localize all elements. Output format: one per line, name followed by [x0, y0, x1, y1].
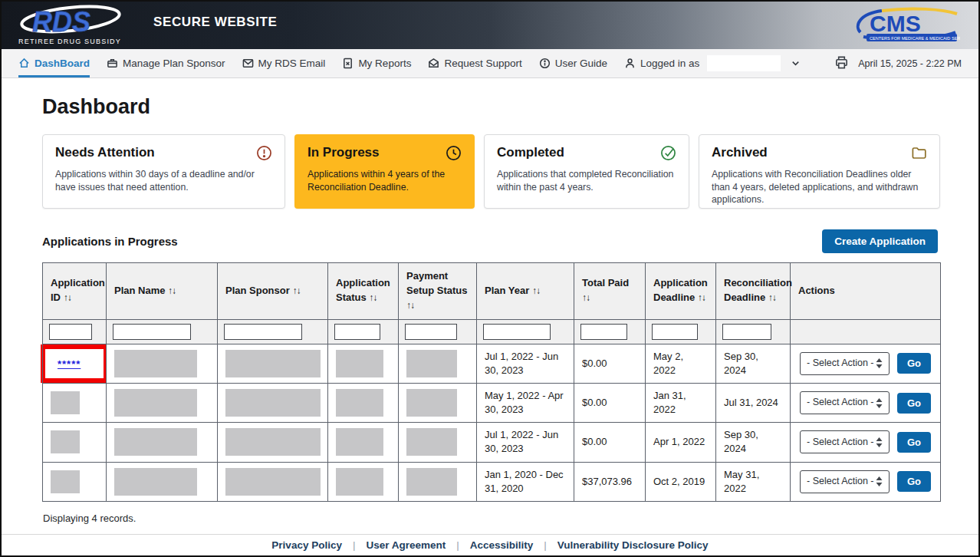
envelope-icon	[242, 58, 254, 69]
sort-icon[interactable]: ↑↓	[532, 285, 540, 296]
filter-plan-name[interactable]	[113, 324, 191, 340]
sort-icon[interactable]: ↑↓	[582, 292, 590, 303]
footer-link-user-agreement[interactable]: User Agreement	[366, 539, 446, 551]
total-paid-cell: $0.00	[574, 344, 646, 383]
reconciliation-deadline-cell: Sep 30, 2024	[716, 344, 791, 383]
info-icon	[539, 58, 551, 69]
redacted-application-status	[336, 428, 383, 456]
nav-item-label: DashBoard	[35, 58, 90, 69]
filter-total-paid[interactable]	[580, 324, 627, 340]
nav-item-request-support[interactable]: Request Support	[428, 49, 521, 77]
reconciliation-deadline-cell: Sep 30, 2024	[716, 423, 791, 462]
application-id-link[interactable]: *****	[58, 358, 81, 370]
current-datetime: April 15, 2025 - 2:22 PM	[858, 58, 962, 69]
col-application-deadline[interactable]: Application Deadline ↑↓	[646, 263, 716, 320]
card-description: Applications within 4 years of the Recon…	[307, 168, 462, 193]
card-description: Applications with Reconciliation Deadlin…	[712, 168, 927, 206]
main-navigation: DashBoard Manage Plan Sponsor My RDS Ema…	[2, 49, 978, 78]
chevron-down-icon	[790, 58, 801, 69]
clock-icon	[446, 145, 462, 161]
card-description: Applications within 30 days of a deadlin…	[55, 168, 272, 193]
footer-link-privacy-policy[interactable]: Privacy Policy	[271, 539, 342, 551]
go-button[interactable]: Go	[897, 432, 931, 453]
col-reconciliation-deadline[interactable]: Reconciliation Deadline ↑↓	[716, 263, 791, 320]
go-button[interactable]: Go	[897, 471, 931, 492]
filter-application-id[interactable]	[49, 324, 92, 340]
card-needs-attention[interactable]: Needs Attention Applications within 30 d…	[42, 134, 285, 209]
print-icon	[834, 55, 849, 70]
footer-link-accessibility[interactable]: Accessibility	[470, 539, 534, 551]
total-paid-cell: $0.00	[574, 423, 646, 462]
redacted-plan-name	[114, 389, 197, 417]
reconciliation-deadline-cell: May 31, 2022	[716, 462, 791, 501]
plan-year-cell: Jul 1, 2022 - Jun 30, 2023	[477, 423, 574, 462]
card-in-progress[interactable]: In Progress Applications within 4 years …	[294, 134, 475, 209]
sort-icon[interactable]: ↑↓	[168, 285, 176, 296]
sort-icon[interactable]: ↑↓	[292, 285, 300, 296]
redacted-application-id	[51, 470, 80, 493]
nav-item-user-guide[interactable]: User Guide	[539, 49, 607, 77]
logged-in-as-control[interactable]: Logged in as	[624, 49, 801, 77]
application-deadline-cell: May 2, 2022	[646, 344, 716, 383]
action-select[interactable]: - Select Action -	[800, 430, 890, 453]
secure-website-label: SECURE WEBSITE	[153, 15, 277, 30]
sort-icon[interactable]: ↑↓	[698, 292, 705, 303]
main-content: Dashboard Needs Attention Applications w…	[2, 78, 978, 534]
go-button[interactable]: Go	[897, 393, 931, 414]
cms-subtext: CENTERS FOR MEDICARE & MEDICAID SERVICES	[870, 36, 960, 41]
card-description: Applications that completed Reconciliati…	[497, 168, 676, 193]
sort-icon[interactable]: ↑↓	[64, 292, 71, 303]
col-application-status[interactable]: Application Status ↑↓	[328, 263, 399, 320]
nav-item-label: My Reports	[358, 58, 411, 69]
action-select[interactable]: - Select Action -	[800, 352, 890, 375]
redacted-plan-sponsor	[225, 468, 321, 496]
footer: Privacy Policy | User Agreement | Access…	[2, 534, 978, 555]
rds-logo: RDS RETIREE DRUG SUBSIDY	[15, 4, 136, 48]
table-row: Jan 1, 2020 - Dec 31, 2020 $37,073.96 Oc…	[43, 462, 941, 501]
filter-reconciliation-deadline[interactable]	[722, 324, 771, 340]
nav-item-dashboard[interactable]: DashBoard	[18, 49, 90, 77]
action-select[interactable]: - Select Action -	[800, 470, 890, 493]
col-plan-sponsor[interactable]: Plan Sponsor ↑↓	[218, 263, 328, 320]
logged-in-as-label: Logged in as	[640, 58, 699, 69]
nav-item-my-reports[interactable]: My Reports	[342, 49, 411, 77]
filter-application-status[interactable]	[334, 324, 380, 340]
col-total-paid[interactable]: Total Paid ↑↓	[574, 263, 646, 320]
card-title: Needs Attention	[55, 145, 155, 160]
redacted-plan-sponsor	[225, 428, 321, 456]
plan-year-cell: Jan 1, 2020 - Dec 31, 2020	[477, 462, 574, 501]
card-completed[interactable]: Completed Applications that completed Re…	[484, 134, 689, 209]
application-deadline-cell: Apr 1, 2022	[646, 423, 716, 462]
section-title: Applications in Progress	[42, 235, 178, 248]
cms-text: CMS	[870, 11, 921, 36]
card-title: Completed	[497, 145, 564, 160]
redacted-payment-setup-status	[406, 428, 457, 456]
action-select[interactable]: - Select Action -	[800, 391, 890, 414]
nav-item-manage-plan-sponsor[interactable]: Manage Plan Sponsor	[107, 49, 225, 77]
filter-application-deadline[interactable]	[652, 324, 698, 340]
filter-payment-setup-status[interactable]	[405, 324, 457, 340]
filter-plan-sponsor[interactable]	[224, 324, 302, 340]
nav-item-label: Manage Plan Sponsor	[123, 58, 225, 69]
go-button[interactable]: Go	[897, 353, 931, 374]
header-band: RDS RETIREE DRUG SUBSIDY SECURE WEBSITE …	[2, 2, 978, 49]
nav-item-my-rds-email[interactable]: My RDS Email	[242, 49, 326, 77]
footer-link-vulnerability-disclosure[interactable]: Vulnerability Disclosure Policy	[557, 539, 709, 551]
logged-in-user-select[interactable]	[707, 55, 781, 71]
col-plan-name[interactable]: Plan Name ↑↓	[107, 263, 218, 320]
redacted-application-status	[336, 389, 383, 417]
create-application-button[interactable]: Create Application	[822, 229, 938, 253]
col-application-id[interactable]: Application ID ↑↓	[43, 263, 107, 320]
print-button[interactable]	[834, 55, 849, 72]
nav-item-label: User Guide	[555, 58, 607, 69]
col-plan-year[interactable]: Plan Year ↑↓	[477, 263, 574, 320]
sort-icon[interactable]: ↑↓	[406, 300, 414, 311]
col-payment-setup-status[interactable]: Payment Setup Status ↑↓	[399, 263, 477, 320]
card-archived[interactable]: Archived Applications with Reconciliatio…	[699, 134, 940, 209]
sort-icon[interactable]: ↑↓	[768, 292, 776, 303]
report-file-icon	[342, 58, 354, 69]
reconciliation-deadline-cell: Jul 31, 2024	[716, 383, 791, 422]
sort-icon[interactable]: ↑↓	[369, 292, 377, 303]
filter-plan-year[interactable]	[483, 324, 551, 340]
check-circle-icon	[660, 145, 676, 161]
